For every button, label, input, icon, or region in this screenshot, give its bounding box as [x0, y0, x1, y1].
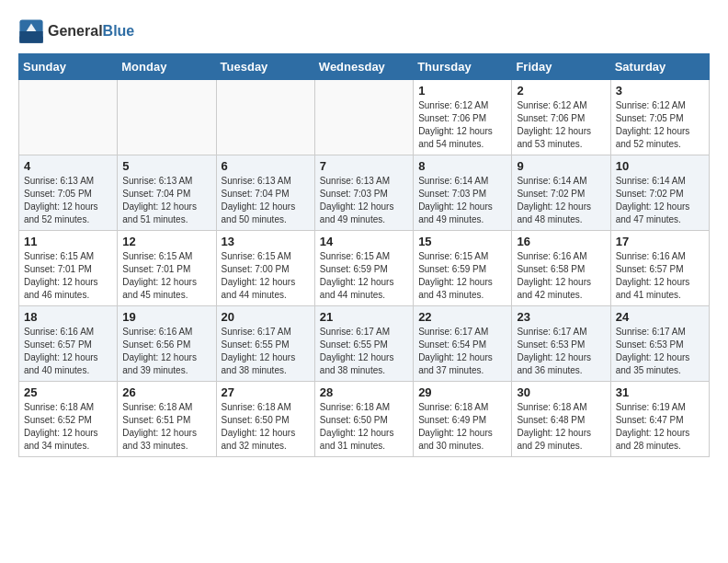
calendar-cell: 8Sunrise: 6:14 AM Sunset: 7:03 PM Daylig… — [414, 155, 512, 231]
column-header-friday: Friday — [512, 54, 610, 80]
day-number: 2 — [517, 84, 605, 98]
day-number: 28 — [320, 385, 408, 399]
calendar-cell: 29Sunrise: 6:18 AM Sunset: 6:49 PM Dayli… — [414, 382, 512, 457]
calendar-cell: 5Sunrise: 6:13 AM Sunset: 7:04 PM Daylig… — [118, 155, 216, 231]
day-number: 24 — [616, 310, 704, 324]
day-info: Sunrise: 6:12 AM Sunset: 7:06 PM Dayligh… — [517, 99, 605, 151]
day-number: 27 — [222, 385, 310, 399]
day-info: Sunrise: 6:18 AM Sunset: 6:50 PM Dayligh… — [320, 401, 408, 453]
calendar-cell: 24Sunrise: 6:17 AM Sunset: 6:53 PM Dayli… — [610, 306, 709, 382]
calendar-cell: 19Sunrise: 6:16 AM Sunset: 6:56 PM Dayli… — [118, 306, 216, 382]
day-info: Sunrise: 6:16 AM Sunset: 6:58 PM Dayligh… — [517, 250, 605, 302]
day-number: 13 — [222, 235, 310, 248]
logo-text: GeneralBlue — [48, 23, 134, 40]
day-info: Sunrise: 6:17 AM Sunset: 6:53 PM Dayligh… — [517, 326, 605, 377]
day-info: Sunrise: 6:13 AM Sunset: 7:05 PM Dayligh… — [24, 175, 112, 226]
calendar-cell: 15Sunrise: 6:15 AM Sunset: 6:59 PM Dayli… — [414, 231, 512, 306]
page-header: GeneralBlue — [18, 18, 710, 44]
calendar-cell — [19, 80, 118, 155]
day-info: Sunrise: 6:18 AM Sunset: 6:48 PM Dayligh… — [517, 401, 605, 453]
calendar-cell: 22Sunrise: 6:17 AM Sunset: 6:54 PM Dayli… — [414, 306, 512, 382]
day-number: 14 — [320, 235, 408, 248]
header-row: SundayMondayTuesdayWednesdayThursdayFrid… — [19, 54, 710, 80]
calendar-cell: 18Sunrise: 6:16 AM Sunset: 6:57 PM Dayli… — [19, 306, 118, 382]
day-number: 29 — [418, 385, 506, 399]
day-info: Sunrise: 6:13 AM Sunset: 7:03 PM Dayligh… — [320, 175, 408, 226]
calendar-cell — [118, 80, 216, 155]
week-row-3: 11Sunrise: 6:15 AM Sunset: 7:01 PM Dayli… — [19, 231, 710, 306]
day-info: Sunrise: 6:16 AM Sunset: 6:56 PM Dayligh… — [122, 326, 210, 377]
day-info: Sunrise: 6:17 AM Sunset: 6:55 PM Dayligh… — [222, 326, 310, 377]
day-number: 11 — [24, 235, 112, 248]
day-info: Sunrise: 6:15 AM Sunset: 7:01 PM Dayligh… — [122, 250, 210, 302]
day-info: Sunrise: 6:18 AM Sunset: 6:51 PM Dayligh… — [122, 401, 210, 453]
day-number: 7 — [320, 159, 408, 173]
day-number: 19 — [122, 310, 210, 324]
day-info: Sunrise: 6:16 AM Sunset: 6:57 PM Dayligh… — [616, 250, 704, 302]
column-header-sunday: Sunday — [19, 54, 118, 80]
day-info: Sunrise: 6:17 AM Sunset: 6:55 PM Dayligh… — [320, 326, 408, 377]
day-number: 20 — [222, 310, 310, 324]
calendar-cell: 9Sunrise: 6:14 AM Sunset: 7:02 PM Daylig… — [512, 155, 610, 231]
day-number: 30 — [517, 385, 605, 399]
calendar-cell: 26Sunrise: 6:18 AM Sunset: 6:51 PM Dayli… — [118, 382, 216, 457]
day-number: 26 — [122, 385, 210, 399]
day-number: 3 — [616, 84, 704, 98]
day-number: 9 — [517, 159, 605, 173]
day-number: 22 — [418, 310, 506, 324]
day-number: 18 — [24, 310, 112, 324]
calendar-cell: 10Sunrise: 6:14 AM Sunset: 7:02 PM Dayli… — [610, 155, 709, 231]
calendar-cell: 11Sunrise: 6:15 AM Sunset: 7:01 PM Dayli… — [19, 231, 118, 306]
calendar-cell: 20Sunrise: 6:17 AM Sunset: 6:55 PM Dayli… — [216, 306, 314, 382]
day-number: 10 — [616, 159, 704, 173]
day-info: Sunrise: 6:18 AM Sunset: 6:50 PM Dayligh… — [222, 401, 310, 453]
day-info: Sunrise: 6:17 AM Sunset: 6:54 PM Dayligh… — [418, 326, 506, 377]
day-number: 5 — [122, 159, 210, 173]
calendar-cell: 16Sunrise: 6:16 AM Sunset: 6:58 PM Dayli… — [512, 231, 610, 306]
day-number: 4 — [24, 159, 112, 173]
day-number: 17 — [616, 235, 704, 248]
day-number: 6 — [222, 159, 310, 173]
day-number: 21 — [320, 310, 408, 324]
day-number: 23 — [517, 310, 605, 324]
calendar-cell: 14Sunrise: 6:15 AM Sunset: 6:59 PM Dayli… — [314, 231, 413, 306]
calendar-cell: 27Sunrise: 6:18 AM Sunset: 6:50 PM Dayli… — [216, 382, 314, 457]
day-info: Sunrise: 6:13 AM Sunset: 7:04 PM Dayligh… — [222, 175, 310, 226]
calendar-cell: 23Sunrise: 6:17 AM Sunset: 6:53 PM Dayli… — [512, 306, 610, 382]
column-header-tuesday: Tuesday — [216, 54, 314, 80]
calendar-cell: 28Sunrise: 6:18 AM Sunset: 6:50 PM Dayli… — [314, 382, 413, 457]
day-number: 1 — [418, 84, 506, 98]
calendar-cell: 30Sunrise: 6:18 AM Sunset: 6:48 PM Dayli… — [512, 382, 610, 457]
svg-rect-3 — [19, 37, 42, 43]
day-number: 8 — [418, 159, 506, 173]
day-info: Sunrise: 6:15 AM Sunset: 7:01 PM Dayligh… — [24, 250, 112, 302]
week-row-2: 4Sunrise: 6:13 AM Sunset: 7:05 PM Daylig… — [19, 155, 710, 231]
day-number: 16 — [517, 235, 605, 248]
calendar-cell: 4Sunrise: 6:13 AM Sunset: 7:05 PM Daylig… — [19, 155, 118, 231]
calendar-cell — [314, 80, 413, 155]
logo-icon — [18, 18, 44, 44]
calendar-table: SundayMondayTuesdayWednesdayThursdayFrid… — [18, 53, 710, 457]
day-info: Sunrise: 6:12 AM Sunset: 7:06 PM Dayligh… — [418, 99, 506, 151]
day-info: Sunrise: 6:12 AM Sunset: 7:05 PM Dayligh… — [616, 99, 704, 151]
calendar-cell: 7Sunrise: 6:13 AM Sunset: 7:03 PM Daylig… — [314, 155, 413, 231]
day-info: Sunrise: 6:14 AM Sunset: 7:02 PM Dayligh… — [616, 175, 704, 226]
day-info: Sunrise: 6:15 AM Sunset: 7:00 PM Dayligh… — [222, 250, 310, 302]
day-info: Sunrise: 6:14 AM Sunset: 7:03 PM Dayligh… — [418, 175, 506, 226]
calendar-cell: 3Sunrise: 6:12 AM Sunset: 7:05 PM Daylig… — [610, 80, 709, 155]
calendar-header: SundayMondayTuesdayWednesdayThursdayFrid… — [19, 54, 710, 80]
calendar-cell: 17Sunrise: 6:16 AM Sunset: 6:57 PM Dayli… — [610, 231, 709, 306]
day-info: Sunrise: 6:15 AM Sunset: 6:59 PM Dayligh… — [320, 250, 408, 302]
day-info: Sunrise: 6:19 AM Sunset: 6:47 PM Dayligh… — [616, 401, 704, 453]
calendar-cell: 2Sunrise: 6:12 AM Sunset: 7:06 PM Daylig… — [512, 80, 610, 155]
day-number: 25 — [24, 385, 112, 399]
day-number: 15 — [418, 235, 506, 248]
calendar-cell: 21Sunrise: 6:17 AM Sunset: 6:55 PM Dayli… — [314, 306, 413, 382]
day-info: Sunrise: 6:16 AM Sunset: 6:57 PM Dayligh… — [24, 326, 112, 377]
day-number: 12 — [122, 235, 210, 248]
calendar-cell: 6Sunrise: 6:13 AM Sunset: 7:04 PM Daylig… — [216, 155, 314, 231]
calendar-cell: 13Sunrise: 6:15 AM Sunset: 7:00 PM Dayli… — [216, 231, 314, 306]
calendar-body: 1Sunrise: 6:12 AM Sunset: 7:06 PM Daylig… — [19, 80, 710, 457]
day-info: Sunrise: 6:18 AM Sunset: 6:49 PM Dayligh… — [418, 401, 506, 453]
day-info: Sunrise: 6:15 AM Sunset: 6:59 PM Dayligh… — [418, 250, 506, 302]
